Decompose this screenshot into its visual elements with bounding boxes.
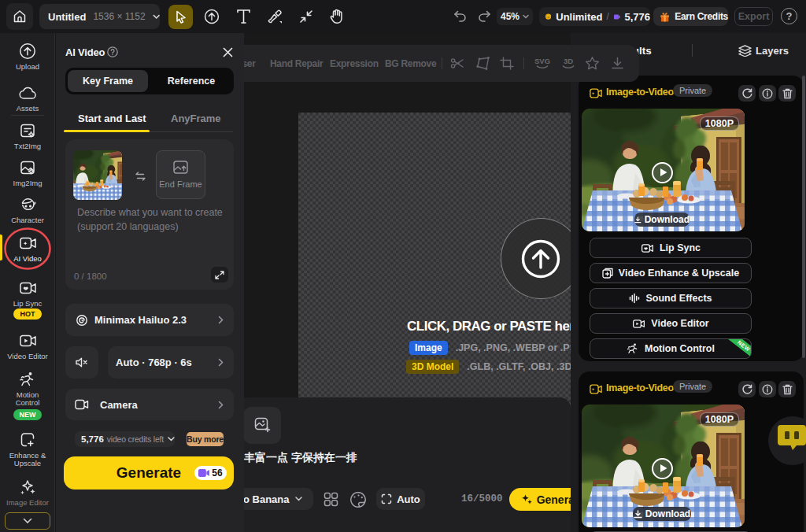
svg-text:3D: 3D <box>564 57 573 65</box>
svg-text:SVG: SVG <box>534 57 550 65</box>
